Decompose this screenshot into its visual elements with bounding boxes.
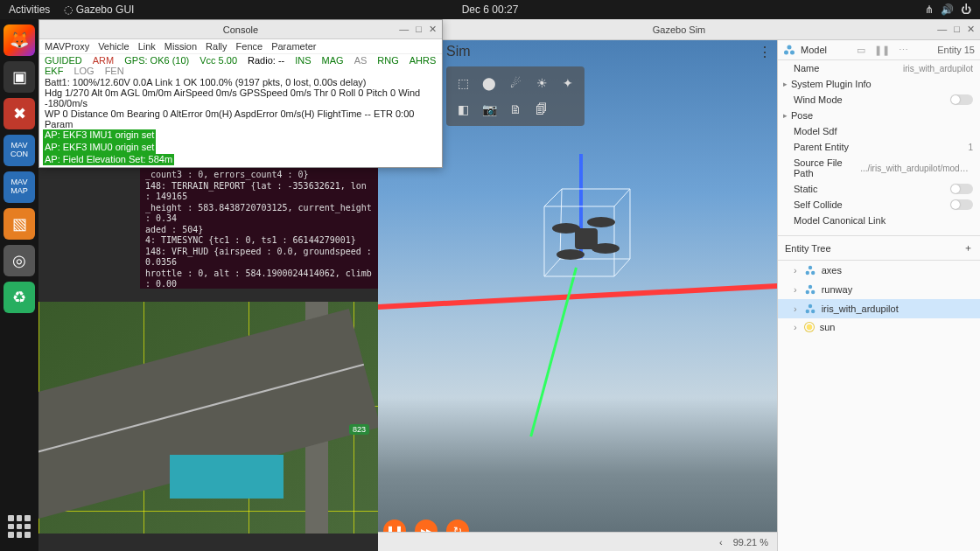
toggle-icon[interactable] <box>950 94 973 105</box>
dock-panel-icon[interactable]: ▭ <box>857 45 865 56</box>
svg-point-1 <box>587 217 615 227</box>
close-icon[interactable]: ✕ <box>967 24 975 35</box>
menu-fence[interactable]: Fence <box>236 41 263 52</box>
map-buildings <box>170 455 284 499</box>
gazebo-inspector: Model ▭ ❚❚ ⋯ Entity 15 Name iris_with_ar… <box>777 40 980 551</box>
menu-mavproxy[interactable]: MAVProxy <box>45 41 89 52</box>
add-entity-icon[interactable]: ＋ <box>963 241 973 255</box>
toggle-icon[interactable] <box>950 199 973 210</box>
svg-point-6 <box>784 51 788 55</box>
console-log: AP: EKF3 IMU1 origin setAP: EKF3 IMU0 or… <box>39 129 442 167</box>
prop-model-sdf[interactable]: Model Sdf <box>778 123 980 139</box>
entity-count: Entity 15 <box>937 45 975 55</box>
gazebo-toolbar: ⬚ ⬤ ☄ ☀ ✦ ◧ 📷 🗎 🗐 <box>446 66 584 126</box>
svg-point-12 <box>805 290 808 294</box>
prop-system-plugin[interactable]: System Plugin Info <box>778 76 980 92</box>
menu-mission[interactable]: Mission <box>164 41 197 52</box>
status-vcc: Vcc 5.00 <box>200 55 237 66</box>
console-status-row: GUIDED ARM GPS: OK6 (10) Vcc 5.00 Radio:… <box>39 54 442 77</box>
svg-point-16 <box>811 310 815 313</box>
terminal-window[interactable]: _count3 : 0, errors_count4 : 0} 148: TER… <box>140 166 378 289</box>
rtf-value: 99.21 % <box>733 537 768 548</box>
status-mode: GUIDED <box>45 55 82 66</box>
model-icon <box>804 264 816 276</box>
copy-tool-icon[interactable]: 🗎 <box>504 98 527 121</box>
status-arm: ARM <box>93 55 114 66</box>
minimize-icon[interactable]: — <box>937 24 947 35</box>
console-title-text: Console <box>223 24 258 35</box>
status-as: AS <box>354 55 368 66</box>
prop-self-collide[interactable]: Self Collide <box>778 197 980 213</box>
sphere-tool-icon[interactable]: ⬤ <box>478 72 500 94</box>
svg-point-10 <box>811 271 815 275</box>
paste-tool-icon[interactable]: 🗐 <box>530 98 553 121</box>
menu-parameter[interactable]: Parameter <box>271 41 316 52</box>
minimize-icon[interactable]: — <box>399 24 409 35</box>
network-icon[interactable]: ⋔ <box>925 3 934 16</box>
dock: 🦊 ▣ ✖ MAVCON MAVMAP ▧ ◎ ♻ <box>0 19 38 551</box>
entity-tree-header[interactable]: Entity Tree ＋ <box>778 235 980 261</box>
menu-link[interactable]: Link <box>138 41 156 52</box>
dock-terminal[interactable]: ▣ <box>4 61 35 93</box>
mavproxy-map[interactable]: 823 <box>38 302 378 534</box>
status-radio: Radio: -- <box>248 55 284 66</box>
camera-tool-icon[interactable]: 📷 <box>478 98 500 121</box>
model-icon <box>783 44 795 56</box>
menu-rally[interactable]: Rally <box>206 41 227 52</box>
gazebo-titlebar[interactable]: Gazebo Sim — □ ✕ <box>378 19 980 40</box>
tree-item-sun[interactable]: sun <box>778 318 980 336</box>
dock-app-red[interactable]: ✖ <box>4 98 35 129</box>
console-telemetry-row-2: Hdg 1/270 Alt 0m AGL 0m/0m AirSpeed 0m/s… <box>39 87 442 108</box>
light-tool-icon[interactable]: ☄ <box>504 72 527 94</box>
shape-tool-icon[interactable]: ◧ <box>452 98 474 121</box>
activities-button[interactable]: Activities <box>9 3 50 16</box>
pause-panel-icon[interactable]: ❚❚ <box>874 45 890 56</box>
status-gps: GPS: OK6 (10) <box>124 55 189 66</box>
model-panel-header[interactable]: Model ▭ ❚❚ ⋯ Entity 15 <box>778 40 980 60</box>
dock-gazebo[interactable]: ▧ <box>4 208 35 240</box>
apps-grid-button[interactable] <box>4 511 35 542</box>
maximize-icon[interactable]: □ <box>954 24 960 35</box>
console-telemetry-row-3: WP 0 Distance 0m Bearing 0 AltError 0m(H… <box>39 108 442 129</box>
tree-item-axes[interactable]: axes <box>778 261 980 280</box>
status-mag: MAG <box>322 55 344 66</box>
dock-mavmap[interactable]: MAVMAP <box>4 171 35 203</box>
gazebo-title-text: Gazebo Sim <box>653 24 706 35</box>
sound-icon[interactable]: 🔊 <box>941 3 954 16</box>
kebab-menu-icon[interactable]: ⋮ <box>758 44 772 60</box>
app-menu[interactable]: ◌ Gazebo GUI <box>64 3 134 16</box>
menu-vehicle[interactable]: Vehicle <box>98 41 129 52</box>
dock-trash[interactable]: ♻ <box>4 282 35 313</box>
maximize-icon[interactable]: □ <box>416 24 422 35</box>
prop-static[interactable]: Static <box>778 181 980 197</box>
map-road-badge: 823 <box>349 424 369 435</box>
tree-item-runway[interactable]: runway <box>778 280 980 299</box>
selection-bounding-box <box>527 180 632 294</box>
more-panel-icon[interactable]: ⋯ <box>899 45 908 56</box>
mavproxy-console-window: Console — □ ✕ MAVProxy Vehicle Link Miss… <box>38 19 443 168</box>
chevron-left-icon[interactable]: ‹ <box>719 537 723 548</box>
tree-item-iris[interactable]: iris_with_ardupilot <box>778 299 980 318</box>
dock-settings[interactable]: ◎ <box>4 245 35 276</box>
dock-firefox[interactable]: 🦊 <box>4 24 35 56</box>
close-icon[interactable]: ✕ <box>429 24 437 35</box>
toggle-icon[interactable] <box>950 184 973 194</box>
power-icon[interactable]: ⏻ <box>961 3 971 16</box>
console-menubar: MAVProxy Vehicle Link Mission Rally Fenc… <box>39 39 442 54</box>
dock-mavconsole[interactable]: MAVCON <box>4 135 35 166</box>
select-tool-icon[interactable]: ⬚ <box>452 72 474 94</box>
rtf-bar: ‹ 99.21 % <box>378 532 777 551</box>
console-titlebar[interactable]: Console — □ ✕ <box>39 20 442 39</box>
model-icon <box>804 303 816 315</box>
prop-name: Name iris_with_ardupilot <box>778 60 980 76</box>
sun-tool-icon[interactable]: ☀ <box>530 72 553 94</box>
clock[interactable]: Dec 6 00:27 <box>462 3 519 16</box>
prop-canonical-link[interactable]: Model Canonical Link <box>778 213 980 228</box>
model-header-label: Model <box>801 45 827 55</box>
status-ekf: EKF <box>45 66 63 76</box>
status-fen: FEN <box>105 66 124 76</box>
prop-wind-mode[interactable]: Wind Mode <box>778 92 980 108</box>
spot-tool-icon[interactable]: ✦ <box>556 72 579 94</box>
prop-parent-entity: Parent Entity1 <box>778 139 980 155</box>
prop-pose[interactable]: Pose <box>778 108 980 123</box>
